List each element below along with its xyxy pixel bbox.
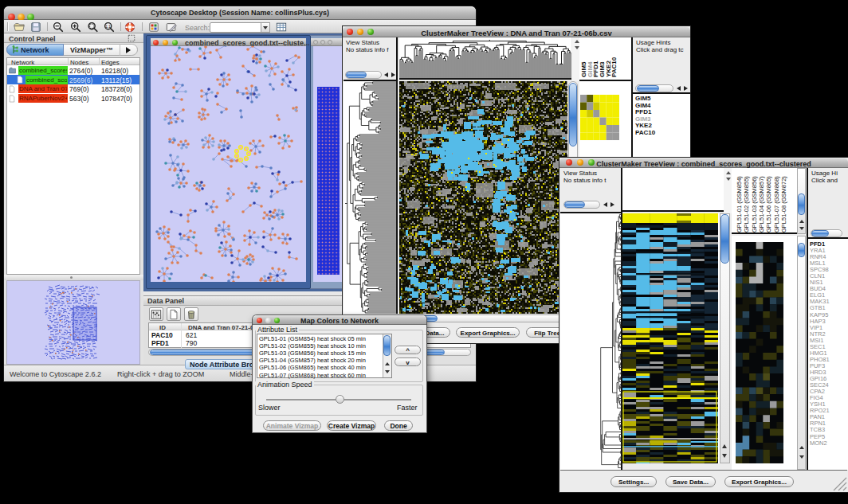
svg-text:1:1: 1:1 [105,25,111,29]
